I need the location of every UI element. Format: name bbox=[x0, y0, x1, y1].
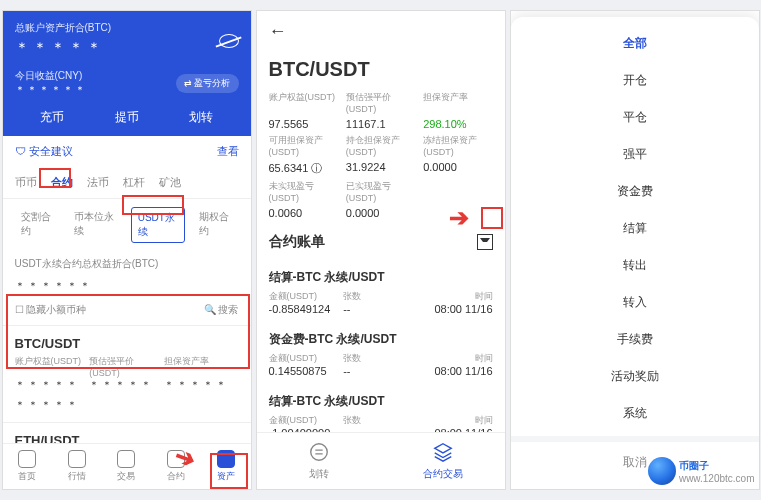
transfer-button[interactable]: 划转 bbox=[164, 109, 239, 126]
tab-fiat[interactable]: 法币 bbox=[87, 175, 109, 190]
tab-coin[interactable]: 币币 bbox=[15, 175, 37, 190]
hide-small-checkbox[interactable]: ☐ 隐藏小额币种 bbox=[15, 303, 87, 317]
filter-option-out[interactable]: 转出 bbox=[511, 247, 759, 284]
nav-market[interactable]: 行情 bbox=[52, 450, 102, 483]
subtab-delivery[interactable]: 交割合约 bbox=[15, 207, 61, 243]
security-advice-label: 🛡 安全建议 bbox=[15, 144, 73, 159]
equity-line-value: ＊＊＊＊＊＊ bbox=[3, 277, 251, 295]
filter-option-all[interactable]: 全部 bbox=[511, 25, 759, 62]
total-asset-label: 总账户资产折合(BTC) bbox=[15, 21, 112, 35]
filter-option-system[interactable]: 系统 bbox=[511, 395, 759, 432]
withdraw-button[interactable]: 提币 bbox=[89, 109, 164, 126]
svg-point-0 bbox=[310, 444, 327, 461]
subtab-coin-perp[interactable]: 币本位永续 bbox=[68, 207, 122, 243]
pair-title: BTC/USDT bbox=[257, 52, 505, 87]
filter-option-liquidation[interactable]: 强平 bbox=[511, 136, 759, 173]
today-profit-label: 今日收益(CNY) bbox=[15, 69, 87, 83]
filter-option-open[interactable]: 开仓 bbox=[511, 62, 759, 99]
watermark-logo-icon bbox=[648, 457, 676, 485]
filter-option-settlement[interactable]: 结算 bbox=[511, 210, 759, 247]
back-icon[interactable]: ← bbox=[269, 21, 287, 42]
tab-contract[interactable]: 合约 bbox=[51, 175, 73, 190]
visibility-toggle-icon[interactable] bbox=[219, 34, 239, 48]
bottom-contract-trade[interactable]: 合约交易 bbox=[381, 441, 505, 481]
subtab-usdt-perp[interactable]: USDT永续 bbox=[131, 207, 185, 243]
total-asset-value: ＊＊＊＊＊ bbox=[15, 39, 112, 57]
equity-line-label: USDT永续合约总权益折合(BTC) bbox=[3, 251, 251, 277]
nav-asset[interactable]: 资产 bbox=[201, 450, 251, 483]
filter-icon[interactable] bbox=[477, 234, 493, 250]
tab-mining[interactable]: 矿池 bbox=[159, 175, 181, 190]
watermark: 币圈子www.120btc.com bbox=[648, 457, 755, 485]
nav-contract[interactable]: 合约 bbox=[151, 450, 201, 483]
filter-option-in[interactable]: 转入 bbox=[511, 284, 759, 321]
tab-lever[interactable]: 杠杆 bbox=[123, 175, 145, 190]
pnl-analysis-button[interactable]: ⇄ 盈亏分析 bbox=[176, 74, 239, 93]
subtab-option[interactable]: 期权合约 bbox=[193, 207, 239, 243]
assets-screen: 总账户资产折合(BTC) ＊＊＊＊＊ 今日收益(CNY) ＊＊＊＊＊＊ ⇄ 盈亏… bbox=[2, 10, 252, 490]
deposit-button[interactable]: 充币 bbox=[15, 109, 90, 126]
filter-option-funding[interactable]: 资金费 bbox=[511, 173, 759, 210]
bottom-transfer[interactable]: 划转 bbox=[257, 441, 381, 481]
contract-detail-screen: ← BTC/USDT 账户权益(USDT)预估强平价(USDT)担保资产率 97… bbox=[256, 10, 506, 490]
transfer-icon bbox=[308, 441, 330, 463]
search-icon[interactable]: 🔍 搜索 bbox=[204, 303, 239, 317]
pair-card-btc[interactable]: BTC/USDT 账户权益(USDT) 预估强平价(USDT) 担保资产率 ＊＊… bbox=[3, 325, 251, 422]
today-profit-value: ＊＊＊＊＊＊ bbox=[15, 83, 87, 97]
filter-option-fee[interactable]: 手续费 bbox=[511, 321, 759, 358]
nav-trade[interactable]: 交易 bbox=[102, 450, 152, 483]
nav-home[interactable]: 首页 bbox=[3, 450, 53, 483]
security-advice-view[interactable]: 查看 bbox=[217, 144, 239, 159]
bill-item[interactable]: 资金费-BTC 永续/USDT 金额(USDT)张数时间 0.14550875-… bbox=[257, 323, 505, 385]
filter-action-sheet: 全部 开仓 平仓 强平 资金费 结算 转出 转入 手续费 活动奖励 系统 取消 bbox=[511, 17, 759, 489]
filter-option-close[interactable]: 平仓 bbox=[511, 99, 759, 136]
filter-sheet-screen: ← BTC/USDT 账户权益(USDT)预估强平价(USDT)担保资产 全部 … bbox=[510, 10, 760, 490]
section-title: 合约账单 bbox=[269, 233, 325, 251]
layers-icon bbox=[432, 441, 454, 463]
bill-item[interactable]: 结算-BTC 永续/USDT 金额(USDT)张数时间 -0.85849124-… bbox=[257, 261, 505, 323]
filter-option-reward[interactable]: 活动奖励 bbox=[511, 358, 759, 395]
